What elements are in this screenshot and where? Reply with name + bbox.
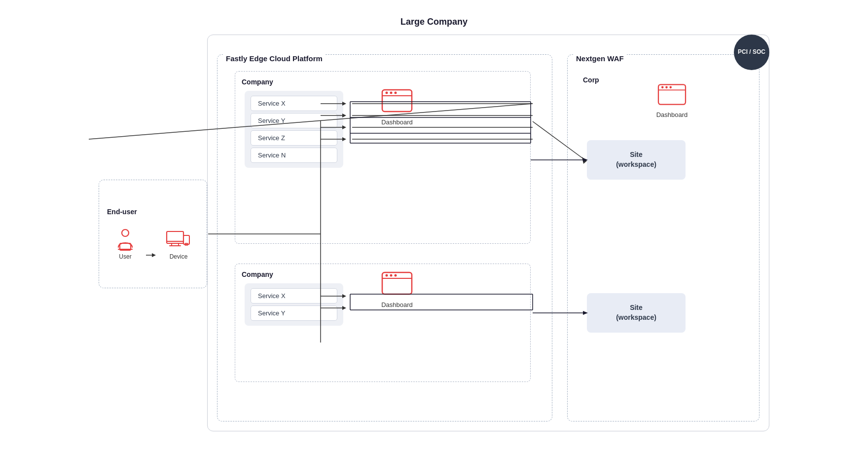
- dashboard-container-1: Dashboard: [380, 86, 414, 126]
- svg-point-0: [122, 229, 129, 236]
- service-item-x1: Service X: [251, 96, 337, 111]
- pci-soc-badge: PCI / SOC: [734, 35, 769, 70]
- svg-point-19: [390, 274, 393, 277]
- dashboard-icon-1: [380, 86, 414, 115]
- end-user-label: End-user: [107, 208, 137, 216]
- dashboard-container-2: Dashboard: [380, 268, 414, 308]
- svg-point-13: [386, 92, 388, 94]
- user-item: User: [113, 228, 137, 260]
- company-label-1: Company: [242, 78, 273, 86]
- service-item-n1: Service N: [251, 148, 337, 163]
- site-box-1: Site(workspace): [587, 140, 686, 180]
- dashboard-icon-waf: [656, 81, 688, 108]
- services-container-2: Service X Service Y: [245, 283, 343, 326]
- dashboard-container-waf: Dashboard: [656, 81, 688, 118]
- site-label-1: Site(workspace): [616, 150, 656, 169]
- device-item: Device: [165, 228, 192, 260]
- service-item-y2: Service Y: [251, 305, 337, 321]
- waf-dashboard-label: Dashboard: [656, 111, 688, 118]
- svg-point-15: [395, 92, 397, 94]
- main-title: Large Company: [400, 17, 468, 27]
- waf-title: Nextgen WAF: [573, 54, 627, 63]
- service-item-z1: Service Z: [251, 130, 337, 146]
- svg-marker-4: [152, 253, 156, 257]
- svg-point-18: [386, 274, 388, 277]
- end-user-box: End-user User: [99, 180, 207, 288]
- user-label: User: [119, 253, 131, 260]
- company-label-2: Company: [242, 270, 273, 278]
- site-label-2: Site(workspace): [616, 303, 656, 322]
- svg-point-24: [665, 86, 668, 89]
- device-icon: [165, 228, 192, 251]
- device-label: Device: [170, 253, 188, 260]
- svg-point-14: [390, 92, 393, 94]
- user-icon: [113, 228, 137, 251]
- svg-point-25: [669, 86, 672, 89]
- fastly-title: Fastly Edge Cloud Platform: [223, 54, 326, 63]
- service-item-x2: Service X: [251, 288, 337, 304]
- services-container-1: Service X Service Y Service Z Service N: [245, 91, 343, 168]
- service-item-y1: Service Y: [251, 113, 337, 128]
- dashboard-icon-2: [380, 268, 414, 298]
- dashboard-label-1: Dashboard: [381, 118, 413, 126]
- user-device-arrow: [145, 250, 157, 260]
- corp-label: Corp: [583, 76, 599, 84]
- icon-row: User Device: [113, 228, 192, 260]
- svg-point-23: [661, 86, 664, 89]
- svg-point-20: [395, 274, 397, 277]
- site-box-2: Site(workspace): [587, 293, 686, 333]
- dashboard-label-2: Dashboard: [381, 301, 413, 308]
